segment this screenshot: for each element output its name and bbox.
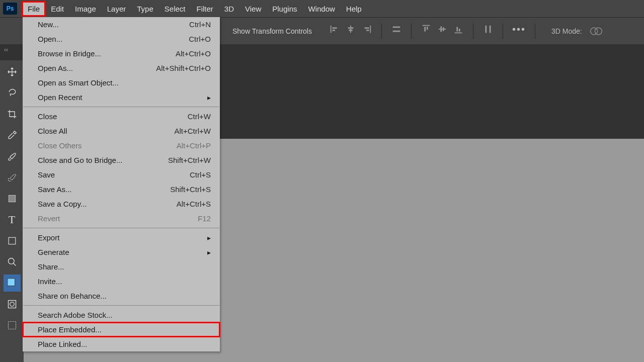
svg-rect-6 bbox=[370, 25, 371, 33]
type-tool[interactable]: T bbox=[4, 211, 21, 228]
menu-item-label: Open as Smart Object... bbox=[38, 78, 119, 87]
3d-mode-icon[interactable] bbox=[589, 26, 603, 37]
svg-rect-4 bbox=[348, 27, 353, 29]
menu-item-share-on-behance[interactable]: Share on Behance... bbox=[23, 289, 220, 303]
menubar: Ps FileEditImageLayerTypeSelectFilter3DV… bbox=[0, 0, 644, 17]
eyedropper-tool[interactable] bbox=[4, 127, 21, 144]
menu-item-open[interactable]: Open...Ctrl+O bbox=[23, 32, 220, 46]
menu-item-open-as[interactable]: Open As...Alt+Shift+Ctrl+O bbox=[23, 61, 220, 75]
menu-item-shortcut: Alt+Ctrl+P bbox=[177, 141, 211, 150]
foreground-color[interactable] bbox=[4, 275, 21, 292]
rectangle-shape-tool[interactable] bbox=[4, 232, 21, 249]
menu-item-shortcut: Ctrl+W bbox=[188, 112, 211, 121]
crop-tool[interactable] bbox=[4, 106, 21, 123]
align-middle-icon[interactable] bbox=[437, 24, 448, 35]
svg-rect-28 bbox=[8, 301, 16, 308]
svg-rect-20 bbox=[485, 25, 487, 33]
menu-3d[interactable]: 3D bbox=[219, 2, 239, 16]
menu-item-close-all[interactable]: Close AllAlt+Ctrl+W bbox=[23, 124, 220, 138]
menu-item-place-linked[interactable]: Place Linked... bbox=[23, 337, 220, 351]
svg-rect-30 bbox=[8, 322, 16, 329]
menu-item-place-embedded[interactable]: Place Embedded... bbox=[23, 322, 220, 337]
menu-item-label: Revert bbox=[38, 214, 60, 223]
3d-mode-label: 3D Mode: bbox=[551, 27, 582, 35]
menu-image[interactable]: Image bbox=[69, 2, 102, 16]
menu-item-save-as[interactable]: Save As...Shift+Ctrl+S bbox=[23, 182, 220, 197]
menu-view[interactable]: View bbox=[239, 2, 267, 16]
show-transform-label[interactable]: Show Transform Controls bbox=[232, 27, 312, 35]
menu-file[interactable]: File bbox=[22, 2, 45, 16]
brush-tool[interactable] bbox=[4, 148, 21, 165]
menu-select[interactable]: Select bbox=[159, 2, 191, 16]
svg-rect-16 bbox=[443, 27, 444, 31]
menu-window[interactable]: Window bbox=[302, 2, 340, 16]
menu-item-search-adobe-stock[interactable]: Search Adobe Stock... bbox=[23, 308, 220, 322]
menu-item-shortcut: F12 bbox=[198, 214, 211, 223]
svg-rect-0 bbox=[331, 25, 332, 33]
svg-rect-10 bbox=[393, 30, 400, 32]
menu-item-label: Save a Copy... bbox=[38, 200, 87, 208]
quick-mask-tool[interactable] bbox=[4, 296, 21, 313]
menu-item-browse-in-bridge[interactable]: Browse in Bridge...Alt+Ctrl+O bbox=[23, 46, 220, 61]
menu-item-shortcut: Shift+Ctrl+W bbox=[168, 156, 211, 164]
menu-item-label: New... bbox=[38, 20, 59, 29]
menu-item-close[interactable]: CloseCtrl+W bbox=[23, 109, 220, 124]
svg-rect-27 bbox=[7, 279, 15, 286]
menu-item-label: Search Adobe Stock... bbox=[38, 311, 112, 319]
menu-item-label: Open As... bbox=[38, 64, 73, 72]
menu-item-save-a-copy[interactable]: Save a Copy...Alt+Ctrl+S bbox=[23, 197, 220, 211]
menu-item-shortcut: Alt+Ctrl+O bbox=[176, 49, 211, 58]
menu-item-invite[interactable]: Invite... bbox=[23, 274, 220, 289]
menu-item-label: Export bbox=[38, 233, 59, 242]
zoom-tool[interactable] bbox=[4, 253, 21, 270]
distribute-v-icon[interactable] bbox=[482, 24, 494, 35]
align-center-h-icon[interactable] bbox=[345, 24, 356, 35]
menu-item-shortcut: Ctrl+N bbox=[189, 20, 211, 29]
menu-item-open-recent[interactable]: Open Recent bbox=[23, 90, 220, 105]
menu-item-shortcut: Alt+Ctrl+S bbox=[177, 200, 211, 208]
menu-edit[interactable]: Edit bbox=[45, 2, 69, 16]
menu-separator bbox=[23, 228, 219, 228]
menu-plugins[interactable]: Plugins bbox=[267, 2, 302, 16]
rectangle-fill-tool[interactable] bbox=[4, 190, 21, 207]
menu-layer[interactable]: Layer bbox=[102, 2, 132, 16]
menu-item-save[interactable]: SaveCtrl+S bbox=[23, 167, 220, 182]
menu-item-shortcut: Ctrl+S bbox=[190, 170, 211, 179]
menu-item-label: Place Linked... bbox=[38, 340, 87, 348]
menu-item-label: Open Recent bbox=[38, 93, 82, 102]
svg-rect-19 bbox=[459, 29, 460, 32]
menu-item-label: Close bbox=[38, 112, 57, 121]
menu-filter[interactable]: Filter bbox=[191, 2, 219, 16]
align-left-icon[interactable] bbox=[329, 24, 340, 35]
collapse-handle-icon[interactable]: ‹‹ bbox=[4, 46, 8, 53]
lasso-tool[interactable] bbox=[4, 84, 21, 102]
menu-item-export[interactable]: Export bbox=[23, 230, 220, 245]
menu-item-close-others: Close OthersAlt+Ctrl+P bbox=[23, 138, 220, 153]
screen-mode-tool[interactable] bbox=[4, 317, 21, 334]
menu-type[interactable]: Type bbox=[131, 2, 159, 16]
menu-item-open-as-smart-object[interactable]: Open as Smart Object... bbox=[23, 75, 220, 90]
more-options-icon[interactable]: ••• bbox=[512, 24, 526, 39]
history-brush-tool[interactable] bbox=[4, 169, 21, 186]
move-tool[interactable] bbox=[4, 63, 21, 80]
svg-rect-5 bbox=[349, 29, 352, 31]
menu-item-new[interactable]: New...Ctrl+N bbox=[23, 17, 220, 32]
menu-item-close-and-go-to-bridge[interactable]: Close and Go to Bridge...Shift+Ctrl+W bbox=[23, 153, 220, 167]
file-menu-dropdown: New...Ctrl+NOpen...Ctrl+OBrowse in Bridg… bbox=[23, 17, 220, 351]
svg-rect-14 bbox=[439, 29, 446, 30]
svg-rect-17 bbox=[455, 32, 462, 33]
menu-item-generate[interactable]: Generate bbox=[23, 245, 220, 259]
svg-rect-24 bbox=[9, 195, 16, 202]
menu-help[interactable]: Help bbox=[341, 2, 367, 16]
svg-rect-13 bbox=[427, 27, 428, 30]
align-right-icon[interactable] bbox=[361, 24, 372, 35]
align-top-icon[interactable] bbox=[421, 24, 432, 35]
menu-item-share[interactable]: Share... bbox=[23, 259, 220, 274]
svg-point-26 bbox=[8, 258, 14, 264]
align-icons: ••• bbox=[329, 24, 539, 39]
distribute-icon[interactable] bbox=[391, 24, 402, 35]
align-bottom-icon[interactable] bbox=[453, 24, 464, 35]
menu-separator bbox=[23, 305, 219, 306]
app-logo: Ps bbox=[3, 3, 17, 15]
menu-item-label: Close and Go to Bridge... bbox=[38, 156, 122, 164]
